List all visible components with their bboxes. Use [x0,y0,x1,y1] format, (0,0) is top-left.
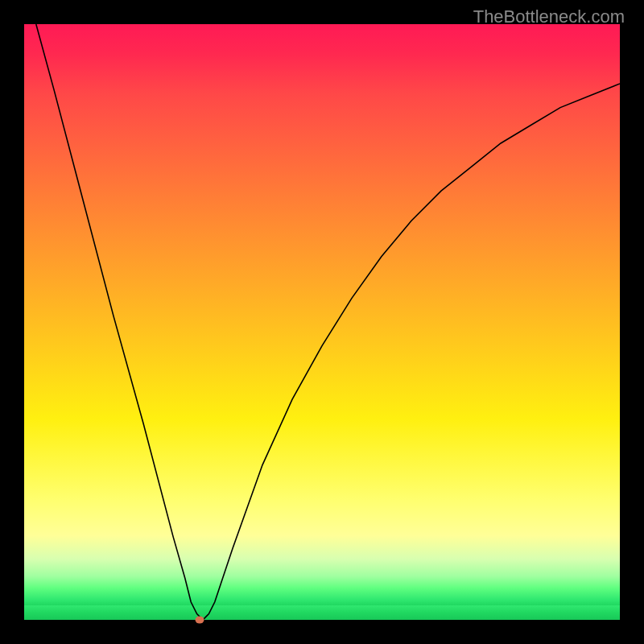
bottleneck-curve [36,24,620,620]
data-marker [196,617,204,624]
watermark-text: TheBottleneck.com [473,6,625,27]
chart-curve-svg [24,24,620,620]
chart-container [24,24,620,620]
